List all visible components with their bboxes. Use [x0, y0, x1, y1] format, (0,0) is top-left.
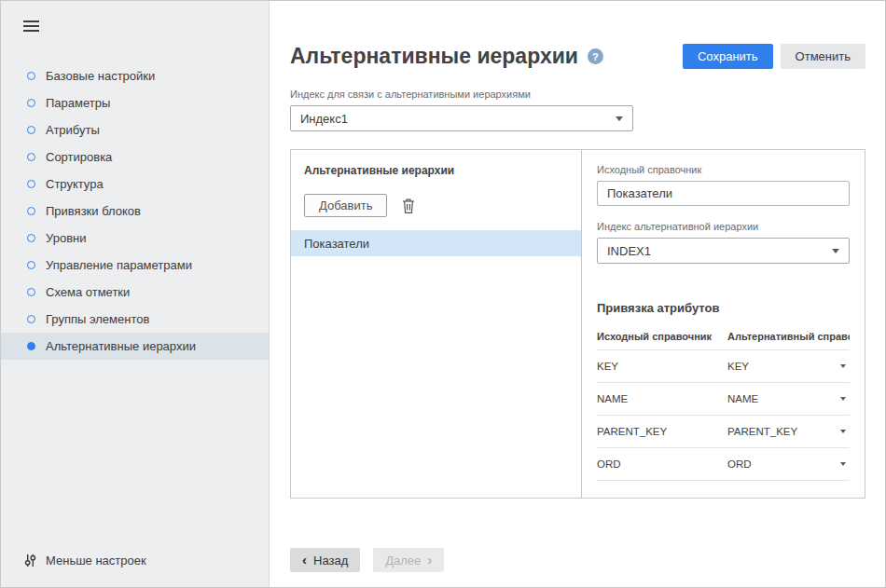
index-select[interactable]: Индекс1: [290, 105, 633, 131]
chevron-left-icon: ‹: [302, 553, 307, 567]
sidebar-item-label: Параметры: [46, 96, 110, 110]
chevron-right-icon: ›: [427, 553, 432, 567]
table-row: KEY KEY: [597, 350, 850, 383]
back-button[interactable]: ‹ Назад: [290, 548, 360, 572]
alt-attr-select[interactable]: PARENT_KEY: [727, 426, 850, 437]
main-content: Альтернативные иерархии ? Сохранить Отме…: [270, 1, 885, 587]
chevron-down-icon: [616, 116, 623, 121]
index-select-label: Индекс для связи с альтернативными иерар…: [290, 89, 865, 100]
cancel-button[interactable]: Отменить: [781, 44, 865, 69]
attr-binding-table: Исходный справочник Альтернативный справ…: [597, 322, 850, 481]
alt-index-select[interactable]: INDEX1: [597, 238, 850, 264]
hierarchy-list-title: Альтернативные иерархии: [304, 164, 568, 177]
table-row: PARENT_KEY PARENT_KEY: [597, 416, 850, 448]
delete-button[interactable]: [401, 198, 416, 214]
radio-circle-icon: [27, 288, 35, 296]
column-header-source: Исходный справочник: [597, 322, 727, 350]
chevron-down-icon: [840, 397, 846, 401]
page-header: Альтернативные иерархии ? Сохранить Отме…: [290, 44, 865, 69]
chevron-down-icon: [832, 249, 839, 253]
next-button[interactable]: Далее ›: [373, 548, 444, 572]
table-row: NAME NAME: [597, 383, 850, 416]
sidebar-item-label: Схема отметки: [46, 285, 130, 299]
radio-circle-icon: [27, 153, 35, 161]
sidebar-item-label: Уровни: [46, 231, 86, 245]
alt-attr-value: ORD: [727, 458, 752, 470]
index-select-value: Индекс1: [300, 112, 348, 126]
sidebar-item-label: Базовые настройки: [46, 69, 155, 83]
help-icon[interactable]: ?: [588, 48, 603, 64]
sidebar-item-label: Группы элементов: [46, 312, 149, 326]
sidebar-item-label: Привязки блоков: [46, 204, 141, 218]
source-attr-cell: KEY: [597, 350, 727, 383]
radio-circle-icon: [27, 315, 35, 323]
radio-circle-icon: [27, 234, 35, 242]
sidebar-item-element-groups[interactable]: Группы элементов: [1, 306, 269, 333]
alt-attr-select[interactable]: NAME: [727, 393, 850, 404]
next-button-label: Далее: [385, 554, 421, 567]
hierarchy-toolbar: Добавить: [304, 194, 568, 217]
sidebar-nav: Базовые настройки Параметры Атрибуты Сор…: [1, 62, 269, 360]
sidebar-item-basic-settings[interactable]: Базовые настройки: [1, 62, 269, 89]
sidebar-item-block-bindings[interactable]: Привязки блоков: [1, 198, 269, 225]
add-button[interactable]: Добавить: [304, 194, 387, 217]
alt-attr-value: PARENT_KEY: [727, 426, 797, 437]
app-window: Базовые настройки Параметры Атрибуты Сор…: [0, 0, 886, 588]
alt-index-label: Индекс альтернативной иерархии: [597, 221, 850, 232]
alt-attr-value: KEY: [727, 361, 749, 372]
alt-index-select-value: INDEX1: [607, 244, 651, 258]
page-title: Альтернативные иерархии: [290, 44, 578, 69]
source-dict-label: Исходный справочник: [597, 164, 850, 175]
sidebar-item-attributes[interactable]: Атрибуты: [1, 116, 269, 144]
source-attr-cell: PARENT_KEY: [597, 416, 727, 448]
less-settings-label: Меньше настроек: [46, 554, 146, 567]
sidebar-item-label: Сортировка: [46, 150, 112, 164]
radio-circle-icon: [27, 207, 35, 215]
source-attr-cell: ORD: [597, 448, 727, 481]
sidebar-item-parameter-management[interactable]: Управление параметрами: [1, 252, 269, 279]
sidebar-item-parameters[interactable]: Параметры: [1, 89, 269, 116]
radio-circle-icon: [27, 342, 35, 350]
table-row: ORD ORD: [597, 448, 850, 481]
sidebar-item-alternative-hierarchies[interactable]: Альтернативные иерархии: [1, 333, 269, 360]
trash-icon: [401, 198, 416, 214]
source-attr-cell: NAME: [597, 383, 727, 416]
sidebar-item-label: Атрибуты: [46, 123, 100, 137]
hierarchy-list-item[interactable]: Показатели: [291, 230, 581, 256]
radio-circle-icon: [27, 180, 35, 188]
wizard-nav: ‹ Назад Далее ›: [290, 548, 865, 572]
radio-circle-icon: [27, 126, 35, 134]
alt-attr-value: NAME: [727, 393, 758, 404]
hierarchy-list-pane: Альтернативные иерархии Добавить: [291, 150, 582, 498]
column-header-alt: Альтернативный справо...: [727, 322, 850, 350]
sidebar-item-levels[interactable]: Уровни: [1, 225, 269, 252]
sidebar: Базовые настройки Параметры Атрибуты Сор…: [1, 1, 270, 587]
hierarchy-list: Показатели: [291, 230, 581, 256]
sidebar-item-label: Управление параметрами: [46, 258, 192, 272]
radio-circle-icon: [27, 99, 35, 107]
hierarchy-details-pane: Исходный справочник Индекс альтернативно…: [582, 150, 865, 498]
alt-attr-select[interactable]: KEY: [727, 361, 850, 372]
chevron-down-icon: [840, 364, 846, 368]
chevron-down-icon: [840, 430, 846, 433]
chevron-down-icon: [840, 462, 846, 466]
alt-hierarchies-panel: Альтернативные иерархии Добавить: [290, 149, 865, 499]
less-settings-button[interactable]: Меньше настроек: [1, 554, 269, 587]
alt-attr-select[interactable]: ORD: [727, 458, 850, 470]
save-button[interactable]: Сохранить: [683, 44, 773, 69]
back-button-label: Назад: [313, 554, 348, 567]
radio-circle-icon: [27, 261, 35, 269]
sidebar-item-sorting[interactable]: Сортировка: [1, 144, 269, 171]
attr-binding-title: Привязка атрибутов: [597, 301, 850, 315]
radio-circle-icon: [27, 72, 35, 80]
sidebar-item-structure[interactable]: Структура: [1, 171, 269, 198]
menu-icon[interactable]: [1, 1, 269, 34]
source-dict-input[interactable]: [597, 181, 850, 206]
sidebar-item-label: Альтернативные иерархии: [46, 339, 196, 353]
sidebar-item-label: Структура: [46, 177, 104, 191]
sliders-icon: [23, 554, 37, 567]
sidebar-item-selection-schema[interactable]: Схема отметки: [1, 279, 269, 306]
